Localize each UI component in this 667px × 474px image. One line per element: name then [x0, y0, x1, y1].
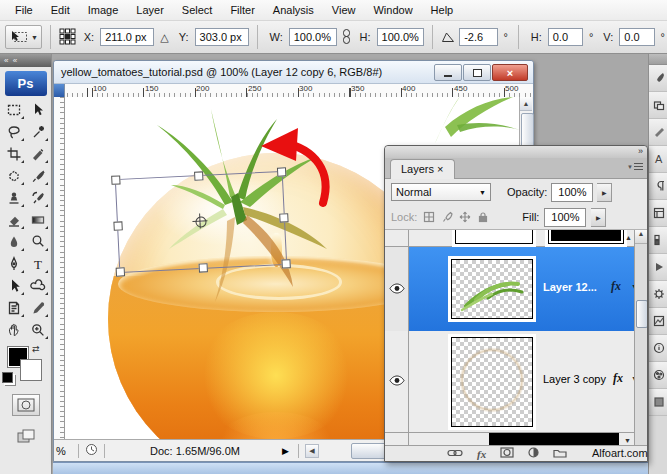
- layer-visibility-eye-icon[interactable]: [389, 375, 405, 386]
- transform-reference-point[interactable]: [195, 216, 207, 228]
- transform-handle-bottom-right[interactable]: [281, 259, 290, 268]
- fill-slider-arrow[interactable]: ▶: [591, 208, 606, 227]
- x-position-field[interactable]: 211.0 px: [100, 28, 154, 46]
- list-scroll-up-icon[interactable]: ▲: [625, 234, 632, 241]
- default-colors-icon[interactable]: [2, 372, 13, 383]
- menu-view[interactable]: View: [323, 0, 365, 20]
- dock-navigator-panel-button[interactable]: [649, 281, 667, 308]
- slice-tool[interactable]: [26, 143, 50, 165]
- layer-effects-fx-icon[interactable]: fx: [613, 371, 623, 386]
- new-group-icon[interactable]: [553, 448, 567, 460]
- layer-thumbnail[interactable]: [451, 259, 533, 319]
- panel-collapse-chevrons-icon[interactable]: »: [638, 146, 642, 156]
- layer-visibility-eye-icon[interactable]: [389, 283, 405, 294]
- relative-positioning-toggle[interactable]: △: [160, 31, 168, 44]
- crop-tool[interactable]: [2, 143, 26, 165]
- close-button[interactable]: ×: [492, 64, 528, 81]
- dock-color-panel-button[interactable]: [649, 362, 667, 389]
- layers-panel-drag-bar[interactable]: »: [385, 146, 647, 158]
- dock-brushes-panel-button[interactable]: [649, 65, 667, 92]
- transform-handle-top-right[interactable]: [277, 167, 286, 176]
- scroll-left-arrow[interactable]: ◀: [305, 444, 319, 458]
- layer-row-selected[interactable]: Layer 12... fx ▼: [385, 247, 634, 331]
- transform-handle-top-left[interactable]: [111, 175, 120, 184]
- tool-preset-picker[interactable]: ▼: [5, 25, 42, 49]
- dock-info-panel-button[interactable]: [649, 335, 667, 362]
- type-tool[interactable]: T: [26, 253, 50, 275]
- menu-image[interactable]: Image: [79, 0, 128, 20]
- rectangular-marquee-tool[interactable]: [2, 99, 26, 121]
- zoom-percent-readout[interactable]: %: [56, 445, 72, 457]
- menu-analysis[interactable]: Analysis: [264, 0, 323, 20]
- rotation-angle-field[interactable]: -2.6: [459, 28, 497, 46]
- panel-menu-icon[interactable]: ▼: [629, 162, 643, 173]
- effects-expander-icon[interactable]: ▼: [624, 437, 631, 444]
- pen-tool[interactable]: [2, 253, 26, 275]
- lasso-tool[interactable]: [2, 121, 26, 143]
- layer-effects-fx-icon[interactable]: fx: [611, 279, 621, 294]
- blend-mode-select[interactable]: Normal ▼: [391, 183, 491, 201]
- eraser-tool[interactable]: [2, 209, 26, 231]
- height-scale-field[interactable]: 100.0%: [377, 28, 425, 46]
- magic-wand-tool[interactable]: [26, 121, 50, 143]
- toolbox-collapse-bar[interactable]: « «: [0, 54, 51, 67]
- transform-handle-top-center[interactable]: [194, 171, 203, 180]
- layer-thumbnail[interactable]: [451, 337, 533, 427]
- transform-handle-bottom-center[interactable]: [199, 263, 208, 272]
- gradient-tool[interactable]: [26, 209, 50, 231]
- status-clock-icon[interactable]: [85, 443, 98, 458]
- dock-channels-panel-button[interactable]: [649, 227, 667, 254]
- screen-mode-button[interactable]: [13, 426, 39, 446]
- opacity-field[interactable]: 100%: [551, 183, 593, 202]
- layer-row-partial-top[interactable]: ▲: [385, 230, 634, 247]
- dock-grip[interactable]: [649, 54, 667, 65]
- document-size-readout[interactable]: Doc: 1.65M/96.0M: [111, 445, 279, 457]
- menu-select[interactable]: Select: [173, 0, 222, 20]
- lock-position-icon[interactable]: [458, 211, 471, 224]
- layer-name[interactable]: Layer 3 copy: [543, 373, 606, 385]
- width-scale-field[interactable]: 100.0%: [289, 28, 337, 46]
- restore-button[interactable]: [463, 64, 491, 81]
- document-title-bar[interactable]: yellow_tomatoes_tutorial.psd @ 100% (Lay…: [54, 61, 533, 84]
- menu-help[interactable]: Help: [422, 0, 463, 20]
- menu-edit[interactable]: Edit: [42, 0, 79, 20]
- vertical-ruler[interactable]: [54, 97, 65, 439]
- minimize-button[interactable]: [434, 64, 462, 81]
- history-brush-tool[interactable]: [26, 187, 50, 209]
- quick-mask-mode-button[interactable]: [12, 394, 40, 416]
- layers-scroll-thumb[interactable]: [636, 300, 647, 328]
- layer-name[interactable]: Layer 12...: [543, 281, 597, 293]
- h-skew-field[interactable]: 0.0: [548, 28, 583, 46]
- add-layer-mask-icon[interactable]: [500, 447, 514, 460]
- menu-filter[interactable]: Filter: [221, 0, 263, 20]
- hand-tool[interactable]: [2, 319, 26, 341]
- y-position-field[interactable]: 303.0 px: [195, 28, 249, 46]
- layers-tab[interactable]: Layers ×: [390, 159, 455, 179]
- dock-paragraph-panel-button[interactable]: [649, 173, 667, 200]
- opacity-slider-arrow[interactable]: ▶: [597, 183, 612, 202]
- status-flyout-arrow[interactable]: ▶: [282, 446, 289, 456]
- layers-scrollbar[interactable]: ▲: [634, 230, 647, 448]
- transform-handle-bottom-left[interactable]: [116, 267, 125, 276]
- move-tool[interactable]: [26, 99, 50, 121]
- background-color-swatch[interactable]: [20, 359, 42, 381]
- dock-layer-comps-panel-button[interactable]: [649, 200, 667, 227]
- lock-transparent-pixels-icon[interactable]: [422, 211, 435, 224]
- dodge-tool[interactable]: [26, 231, 50, 253]
- lock-all-icon[interactable]: [476, 211, 489, 224]
- path-selection-tool[interactable]: [2, 275, 26, 297]
- healing-brush-tool[interactable]: [2, 165, 26, 187]
- transform-handle-middle-left[interactable]: [113, 221, 122, 230]
- zoom-tool[interactable]: [26, 319, 50, 341]
- free-transform-bounding-box[interactable]: [115, 171, 287, 273]
- v-skew-field[interactable]: 0.0: [619, 28, 654, 46]
- lock-image-pixels-icon[interactable]: [440, 211, 453, 224]
- menu-layer[interactable]: Layer: [127, 0, 173, 20]
- blur-tool[interactable]: [2, 231, 26, 253]
- dock-histogram-panel-button[interactable]: [649, 308, 667, 335]
- notes-tool[interactable]: [2, 297, 26, 319]
- add-layer-style-icon[interactable]: fx: [477, 448, 486, 460]
- dock-character-panel-button[interactable]: A: [649, 146, 667, 173]
- dock-clone-source-panel-button[interactable]: [649, 92, 667, 119]
- custom-shape-tool[interactable]: [26, 275, 50, 297]
